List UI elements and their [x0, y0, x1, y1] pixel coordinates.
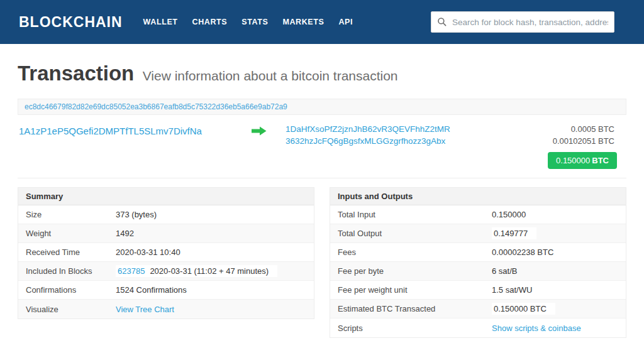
row-value: 0.00002238 BTC	[492, 247, 553, 257]
green-arrow-icon	[252, 126, 267, 136]
nav-item-charts[interactable]: CHARTS	[192, 18, 228, 26]
blockchain-logo[interactable]: BLOCKCHAIN	[19, 14, 123, 31]
row-value: 6 sat/B	[492, 266, 517, 276]
tx-outputs-column: 1DaHfXsoPfZ2jznJhB62vR3QEVFhhZ2tMR 3632h…	[286, 123, 519, 147]
transaction-box: 1A1zP1eP5QGefi2DMPTfTL5SLmv7DivfNa 1DaHf…	[18, 115, 626, 178]
badge-row: 0.150000BTC	[18, 152, 626, 169]
page-title: Transaction	[18, 62, 134, 85]
nav-links: WALLET CHARTS STATS MARKETS API	[143, 18, 367, 26]
summary-row-size: Size 373 (bytes)	[18, 205, 314, 224]
inputs-outputs-panel-title: Inputs and Outputs	[330, 188, 626, 205]
page-content: Transaction View information about a bit…	[0, 62, 644, 338]
search-input[interactable]	[452, 18, 608, 27]
row-label: Fee per weight unit	[338, 285, 492, 295]
view-tree-chart-link[interactable]: View Tree Chart	[116, 305, 174, 314]
summary-row-confirmations: Confirmations 1524 Confirmations	[18, 281, 314, 300]
io-row-estimated-btc-transacted: Estimated BTC Transacted 0.150000 BTC	[330, 300, 626, 318]
row-value: 0.149777	[492, 227, 536, 239]
row-label: Total Output	[338, 229, 492, 238]
transaction-hash-bar: ec8dc46679f82d82e69dc85052ea3b6867eafb8d…	[18, 99, 626, 115]
summary-rows: Size 373 (bytes) Weight 1492 Received Ti…	[18, 205, 314, 318]
summary-row-weight: Weight 1492	[18, 224, 314, 243]
input-address-link[interactable]: 1A1zP1eP5QGefi2DMPTfTL5SLmv7DivfNa	[19, 126, 202, 136]
summary-row-visualize: Visualize View Tree Chart	[18, 300, 314, 318]
row-value: 373 (bytes)	[116, 210, 157, 219]
nav-item-stats[interactable]: STATS	[242, 18, 268, 26]
row-label: Visualize	[26, 305, 116, 314]
total-btc-badge[interactable]: 0.150000BTC	[548, 152, 617, 169]
io-row-fee-per-byte: Fee per byte 6 sat/B	[330, 262, 626, 281]
summary-row-included-in-blocks: Included In Blocks 6237852020-03-31 (11:…	[18, 262, 314, 281]
row-label: Confirmations	[26, 285, 116, 295]
io-row-fee-per-weight-unit: Fee per weight unit 1.5 sat/WU	[330, 281, 626, 300]
output-address-link[interactable]: 3632hzJcFQ6gBgsfxMLGGzgrfhozz3gAbx	[286, 135, 519, 147]
row-label: Size	[26, 210, 116, 219]
row-label: Fees	[338, 247, 492, 257]
output-address-link[interactable]: 1DaHfXsoPfZ2jznJhB62vR3QEVFhhZ2tMR	[286, 123, 519, 135]
page-header: Transaction View information about a bit…	[18, 62, 626, 85]
block-date: 2020-03-31 (11:02 + 47 minutes)	[150, 266, 269, 276]
search-icon	[437, 17, 447, 27]
row-label: Received Time	[26, 247, 116, 257]
tx-arrow-column	[233, 123, 286, 136]
inputs-outputs-panel: Inputs and Outputs Total Input 0.150000 …	[330, 187, 626, 338]
io-row-fees: Fees 0.00002238 BTC	[330, 243, 626, 262]
row-label: Weight	[26, 229, 116, 238]
row-label: Fee per byte	[338, 266, 492, 276]
page-subtitle: View information about a bitcoin transac…	[143, 68, 398, 83]
show-scripts-coinbase-link[interactable]: Show scripts & coinbase	[492, 324, 581, 333]
total-btc-unit: BTC	[592, 156, 609, 165]
row-value: 6237852020-03-31 (11:02 + 47 minutes)	[116, 265, 277, 277]
search-box[interactable]	[431, 11, 614, 33]
block-number-link[interactable]: 623785	[118, 266, 145, 276]
nav-item-wallet[interactable]: WALLET	[143, 18, 178, 26]
total-btc-value: 0.150000	[556, 156, 590, 165]
transaction-hash-link[interactable]: ec8dc46679f82d82e69dc85052ea3b6867eafb8d…	[25, 102, 287, 111]
nav-item-markets[interactable]: MARKETS	[282, 18, 324, 26]
output-amount: 0.0005 BTC	[519, 123, 614, 135]
summary-panel-title: Summary	[18, 188, 314, 205]
inputs-outputs-rows: Total Input 0.150000 Total Output 0.1497…	[330, 205, 626, 337]
row-value: 2020-03-31 10:40	[116, 247, 180, 257]
row-value: 1.5 sat/WU	[492, 285, 532, 295]
io-row-scripts: Scripts Show scripts & coinbase	[330, 318, 626, 337]
io-row-total-input: Total Input 0.150000	[330, 205, 626, 224]
row-label: Total Input	[338, 210, 492, 219]
row-label: Estimated BTC Transacted	[338, 304, 492, 313]
output-amount: 0.00102051 BTC	[519, 135, 614, 147]
row-label: Scripts	[338, 324, 492, 333]
tx-amounts-column: 0.0005 BTC 0.00102051 BTC	[519, 123, 626, 147]
top-navbar: BLOCKCHAIN WALLET CHARTS STATS MARKETS A…	[0, 0, 644, 44]
summary-panel: Summary Size 373 (bytes) Weight 1492 Rec…	[18, 187, 314, 319]
row-value: 0.150000	[492, 210, 526, 219]
row-label: Included In Blocks	[26, 266, 116, 276]
tx-input-column: 1A1zP1eP5QGefi2DMPTfTL5SLmv7DivfNa	[18, 123, 233, 137]
row-value: 1524 Confirmations	[116, 285, 187, 295]
row-value: 1492	[116, 229, 134, 238]
summary-row-received-time: Received Time 2020-03-31 10:40	[18, 243, 314, 262]
nav-item-api[interactable]: API	[338, 18, 353, 26]
io-row-total-output: Total Output 0.149777	[330, 224, 626, 243]
row-value: 0.150000 BTC	[492, 303, 555, 315]
